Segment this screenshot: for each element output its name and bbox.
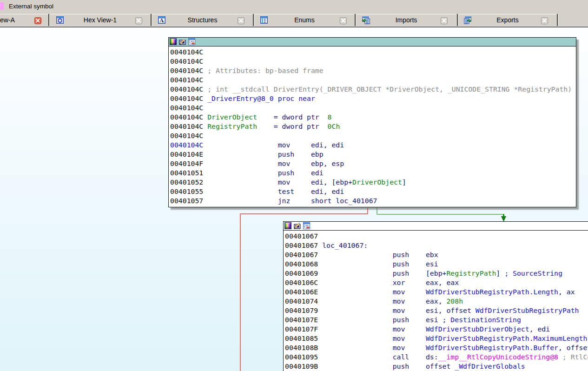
- asm-line: 00401057 jnz short loc_401067: [170, 196, 576, 205]
- edge-true-branch: [377, 208, 504, 216]
- tab-close-button[interactable]: [340, 17, 347, 24]
- node-code[interactable]: 0040106700401067 loc_401067:00401067 pus…: [284, 231, 588, 371]
- asm-line: 0040104C: [170, 131, 576, 140]
- node-color-palette-icon[interactable]: [170, 38, 177, 45]
- asm-line: 00401067 loc_401067:: [285, 241, 588, 250]
- node-toolbar: [284, 222, 310, 229]
- asm-line: 00401074 mov eax, 208h: [285, 297, 588, 306]
- external-symbol-swatch: [0, 2, 4, 10]
- asm-line: 0040104C ; int __stdcall DriverEntry(_DR…: [170, 85, 576, 94]
- node-group-icon[interactable]: [188, 38, 195, 45]
- asm-line: 0040104E push ebp: [170, 150, 576, 159]
- asm-line: 0040104C: [170, 47, 576, 57]
- node-title-bar[interactable]: [284, 222, 588, 231]
- close-icon: [441, 17, 448, 24]
- tab-close-button[interactable]: [441, 17, 448, 24]
- tab-ida-view-a[interactable]: ew-A: [0, 14, 48, 26]
- tab-top-highlight: [0, 14, 48, 14]
- asm-line: 00401055 test edi, edi: [170, 187, 576, 196]
- close-icon: [238, 17, 244, 24]
- tab-imports[interactable]: Imports: [356, 14, 456, 26]
- tab-separator-highlight: [558, 14, 558, 26]
- legend-bar: External symbol: [0, 0, 588, 14]
- tab-bar: ew-A Hex View-1 A Structures: [0, 14, 588, 27]
- asm-line: 0040104C: [170, 75, 576, 85]
- tab-top-highlight: [152, 14, 253, 14]
- asm-line: 00401051 push edi: [170, 168, 576, 178]
- close-icon: [541, 17, 548, 24]
- asm-line: 00401079 mov esi, offset WdfDriverStubRe…: [285, 306, 588, 315]
- close-icon: [135, 17, 142, 24]
- node-color-palette-icon[interactable]: [284, 222, 291, 229]
- asm-line: 0040104C ; Attributes: bp-based frame: [170, 66, 576, 75]
- asm-line: 0040104F mov ebp, esp: [170, 159, 576, 168]
- node-code[interactable]: 0040104C0040104C0040104C ; Attributes: b…: [169, 46, 576, 205]
- asm-line: 0040104C: [170, 103, 576, 113]
- asm-line: 0040104C mov edi, edi: [170, 140, 576, 150]
- tab-structures[interactable]: A Structures: [152, 14, 253, 26]
- node-title-bar[interactable]: [169, 38, 576, 46]
- tab-top-highlight: [356, 14, 456, 14]
- graph-view[interactable]: 0040104C0040104C0040104C ; Attributes: b…: [0, 27, 588, 371]
- asm-line: 0040106E mov WdfDriverStubRegistryPath.L…: [285, 287, 588, 297]
- asm-line: 0040109B push offset _WdfDriverGlobals: [285, 362, 588, 371]
- asm-line: 00401069 push [ebp+RegistryPath] ; Sourc…: [285, 269, 588, 278]
- tab-exports[interactable]: Exports: [458, 14, 557, 26]
- node-edit-icon[interactable]: [179, 38, 186, 45]
- tab-close-button[interactable]: [238, 17, 244, 24]
- ida-window: External symbol ew-A Hex View-1 A Struct…: [0, 0, 588, 371]
- asm-line: 0040104C RegistryPath = dword ptr 0Ch: [170, 122, 576, 131]
- asm-line: 0040106C xor eax, eax: [285, 278, 588, 287]
- asm-line: 00401095 call ds:__imp__RtlCopyUnicodeSt…: [285, 352, 588, 362]
- tab-enums[interactable]: Enums: [254, 14, 355, 26]
- tab-top-highlight: [458, 14, 557, 14]
- asm-line: 00401068 push esi: [285, 259, 588, 269]
- node-group-icon[interactable]: [303, 222, 310, 229]
- legend-label: External symbol: [9, 3, 53, 10]
- asm-line: 00401067: [285, 232, 588, 241]
- close-icon: [34, 17, 41, 24]
- node-edit-icon[interactable]: [294, 222, 301, 229]
- basic-block-node-1[interactable]: 0040104C0040104C0040104C ; Attributes: b…: [168, 37, 576, 207]
- asm-line: 0040104C: [170, 57, 576, 66]
- asm-line: 0040108B mov WdfDriverStubRegistryPath.B…: [285, 343, 588, 352]
- asm-line: 0040104C DriverObject = dword ptr 8: [170, 113, 576, 122]
- tab-close-button[interactable]: [135, 17, 142, 24]
- basic-block-node-2[interactable]: 0040106700401067 loc_401067:00401067 pus…: [283, 221, 588, 371]
- tab-close-button[interactable]: [34, 17, 41, 24]
- tab-close-button[interactable]: [541, 17, 548, 24]
- asm-line: 0040104C _DriverEntry@8_0 proc near: [170, 94, 576, 103]
- node-toolbar: [170, 38, 195, 45]
- asm-line: 0040107F mov WdfDriverStubDriverObject, …: [285, 325, 588, 334]
- tab-hex-view-1[interactable]: Hex View-1: [50, 14, 151, 26]
- close-icon: [340, 17, 347, 24]
- asm-line: 00401052 mov edi, [ebp+DriverObject]: [170, 178, 576, 187]
- tab-top-highlight: [254, 14, 355, 14]
- asm-line: 00401067 push ebx: [285, 250, 588, 259]
- tab-top-highlight: [50, 14, 151, 14]
- asm-line: 0040107E push esi ; DestinationString: [285, 315, 588, 325]
- tab-label: ew-A: [0, 16, 15, 24]
- asm-line: 00401085 mov WdfDriverStubRegistryPath.M…: [285, 334, 588, 343]
